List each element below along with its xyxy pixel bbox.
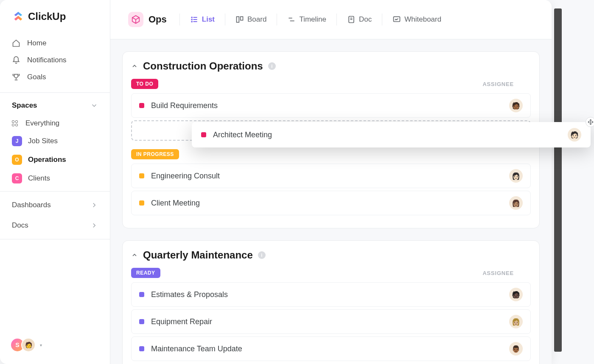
task-name: Equipment Repair — [151, 317, 212, 326]
view-label: Whiteboard — [404, 15, 441, 24]
status-dot — [139, 173, 144, 178]
space-badge: C — [12, 173, 22, 183]
task-row[interactable]: Build Requirements 🧑🏾 — [131, 93, 531, 118]
bell-icon — [12, 56, 20, 64]
spaces-header[interactable]: Spaces — [0, 96, 110, 115]
content-area: Construction Operations i TO DO ASSIGNEE… — [110, 39, 552, 364]
list-icon — [190, 15, 199, 24]
space-everything[interactable]: Everything — [5, 115, 105, 132]
nav-home[interactable]: Home — [5, 35, 105, 52]
board-icon — [235, 15, 244, 24]
chevron-up-icon — [131, 252, 138, 258]
assignee-avatar[interactable]: 👩🏽 — [509, 196, 523, 210]
status-dot — [139, 292, 144, 297]
status-header-row: IN PROGRESS — [131, 149, 531, 159]
view-tab-list[interactable]: List — [187, 13, 218, 26]
svg-rect-6 — [237, 17, 239, 22]
assignee-avatar[interactable]: 🧑🏿 — [509, 288, 523, 301]
space-label: Operations — [28, 156, 66, 164]
view-tab-board[interactable]: Board — [232, 13, 270, 26]
brand-name: ClickUp — [28, 11, 66, 22]
nav-notifications[interactable]: Notifications — [5, 52, 105, 69]
divider — [382, 14, 382, 25]
avatar-stack: S 🧑 — [10, 338, 36, 352]
primary-nav: Home Notifications Goals — [0, 31, 110, 89]
task-row[interactable]: Estimates & Proposals 🧑🏿 — [131, 282, 531, 307]
status-header-row: TO DO ASSIGNEE — [131, 79, 531, 89]
assignee-avatar[interactable]: 👩🏼 — [509, 315, 523, 328]
divider — [336, 14, 337, 25]
clickup-logo-icon — [12, 10, 25, 23]
info-icon[interactable]: i — [268, 62, 276, 70]
main-content: Ops List Board Timeline Doc — [110, 0, 552, 364]
dragging-task-row[interactable]: Architect Meeting 🧑🏻 — [192, 122, 591, 147]
space-label: Clients — [28, 174, 50, 183]
panel-header[interactable]: Construction Operations i — [131, 60, 531, 79]
view-label: List — [202, 15, 215, 24]
status-dot — [139, 200, 144, 206]
space-label: Job Sites — [28, 137, 58, 145]
nav-label: Home — [27, 39, 46, 47]
brand-logo[interactable]: ClickUp — [0, 10, 110, 31]
topbar: Ops List Board Timeline Doc — [110, 0, 552, 39]
column-header-assignee: ASSIGNEE — [482, 270, 514, 276]
view-tab-timeline[interactable]: Timeline — [284, 13, 330, 26]
view-tab-whiteboard[interactable]: Whiteboard — [389, 13, 445, 26]
grid-icon — [12, 119, 20, 127]
workspace-chip[interactable]: Ops — [122, 8, 173, 31]
task-row[interactable]: Maintenance Team Update 👨🏾 — [131, 336, 531, 361]
svg-point-2 — [191, 19, 192, 20]
assignee-avatar[interactable]: 🧑🏻 — [568, 128, 581, 142]
home-icon — [12, 39, 20, 47]
space-label: Everything — [25, 119, 59, 128]
task-row[interactable]: Client Meeting 👩🏽 — [131, 191, 531, 215]
task-name: Maintenance Team Update — [151, 345, 242, 353]
workspace-name: Ops — [148, 14, 167, 25]
space-operations[interactable]: O Operations — [5, 150, 105, 169]
status-chip-todo[interactable]: TO DO — [131, 79, 158, 89]
task-row[interactable]: Engineering Consult 👩🏻 — [131, 164, 531, 188]
cube-icon — [128, 12, 143, 27]
task-row[interactable]: Equipment Repair 👩🏼 — [131, 309, 531, 334]
trophy-icon — [12, 73, 20, 81]
nav-dashboards[interactable]: Dashboards — [0, 195, 110, 215]
space-clients[interactable]: C Clients — [5, 169, 105, 188]
assignee-avatar[interactable]: 🧑🏾 — [509, 99, 523, 112]
move-icon — [586, 117, 594, 127]
info-icon[interactable]: i — [258, 251, 266, 259]
space-badge: J — [12, 136, 22, 146]
decorative-strip — [554, 8, 562, 352]
assignee-avatar[interactable]: 👩🏻 — [509, 169, 523, 183]
task-name: Build Requirements — [151, 101, 218, 110]
status-chip-ready[interactable]: READY — [131, 268, 160, 278]
assignee-avatar[interactable]: 👨🏾 — [509, 342, 523, 356]
status-dot — [201, 132, 206, 137]
status-dot — [139, 103, 144, 108]
svg-rect-7 — [241, 17, 243, 20]
nav-label: Notifications — [27, 56, 67, 64]
view-label: Doc — [359, 15, 372, 24]
space-job-sites[interactable]: J Job Sites — [5, 132, 105, 150]
svg-rect-13 — [394, 17, 400, 22]
divider — [277, 14, 277, 25]
caret-down-icon: ▾ — [40, 343, 42, 347]
user-switcher[interactable]: S 🧑 ▾ — [0, 333, 110, 357]
divider — [0, 239, 110, 239]
list-panel-maintenance: Quarterly Maintenance i READY ASSIGNEE E… — [122, 240, 540, 364]
status-chip-inprogress[interactable]: IN PROGRESS — [131, 149, 179, 159]
panel-header[interactable]: Quarterly Maintenance i — [131, 249, 531, 268]
task-name: Client Meeting — [151, 199, 200, 208]
view-tab-doc[interactable]: Doc — [344, 13, 375, 26]
divider — [0, 191, 110, 192]
space-list: Everything J Job Sites O Operations C Cl… — [0, 115, 110, 188]
whiteboard-icon — [392, 15, 401, 24]
column-header-assignee: ASSIGNEE — [482, 81, 514, 87]
nav-goals[interactable]: Goals — [5, 69, 105, 86]
space-badge: O — [12, 155, 22, 165]
divider — [225, 14, 225, 25]
svg-point-0 — [191, 17, 192, 18]
view-label: Board — [247, 15, 266, 24]
status-dot — [139, 319, 144, 324]
panel-title: Construction Operations — [143, 60, 263, 72]
nav-docs[interactable]: Docs — [0, 215, 110, 236]
